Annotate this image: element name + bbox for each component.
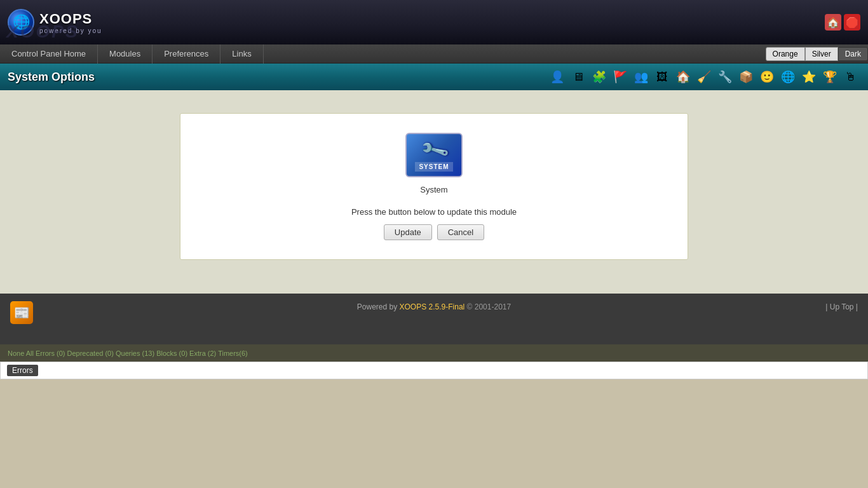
update-button[interactable]: Update [384, 224, 432, 240]
toolbar-icon-groups[interactable]: 👥 [632, 67, 651, 86]
press-text: Press the button below to update this mo… [193, 207, 675, 217]
header-icons: 🏠 🛑 [825, 14, 860, 30]
toolbar-icon-star[interactable]: ⭐ [799, 67, 818, 86]
nav-modules[interactable]: Modules [98, 44, 153, 64]
home-icon[interactable]: 🏠 [825, 14, 841, 30]
system-module-icon: 🔧 SYSTEM [405, 133, 463, 177]
theme-silver-button[interactable]: Silver [805, 47, 838, 61]
toolbar-icon-tools[interactable]: 🔧 [715, 67, 735, 86]
toolbar-icon-home[interactable]: 🏠 [674, 67, 693, 86]
action-buttons: Update Cancel [193, 224, 675, 240]
page-header-bar: System Options 👤 🖥 🧩 🚩 👥 🖼 🏠 🧹 🔧 📦 🙂 🌐 ⭐… [0, 64, 868, 90]
site-header: 🌐 XOOPS powered by you XOOPS 🏠 🛑 [0, 0, 868, 44]
toolbar-icon-cursor[interactable]: 🖱 [841, 67, 860, 86]
stop-icon[interactable]: 🛑 [844, 14, 860, 30]
bottom-area [0, 379, 868, 456]
toolbar-icon-monitor[interactable]: 🖥 [569, 67, 588, 86]
xoops-link[interactable]: XOOPS 2.5.9-Final [400, 302, 465, 311]
toolbar-icon-globe[interactable]: 🌐 [778, 67, 797, 86]
errors-bar: Errors [0, 362, 868, 379]
content-box: 🔧 SYSTEM System Press the button below t… [180, 113, 688, 260]
toolbar-icon-users[interactable]: 👤 [548, 67, 567, 86]
nav-links[interactable]: Links [220, 44, 263, 64]
toolbar-icon-modules[interactable]: 🧩 [590, 67, 609, 86]
up-top-link[interactable]: | Up Top | [825, 302, 858, 311]
theme-dark-button[interactable]: Dark [838, 47, 868, 61]
logo-watermark: XOOPS [6, 22, 79, 42]
toolbar-icon-smiley[interactable]: 🙂 [757, 67, 776, 86]
theme-orange-button[interactable]: Orange [766, 47, 805, 61]
toolbar-icon-images[interactable]: 🖼 [653, 67, 672, 86]
footer: 📰 Powered by XOOPS 2.5.9-Final © 2001-20… [0, 294, 868, 344]
nav-preferences[interactable]: Preferences [153, 44, 220, 64]
powered-by-text: Powered by [357, 302, 400, 311]
toolbar-icon-package[interactable]: 📦 [736, 67, 756, 86]
theme-buttons: Orange Silver Dark [766, 47, 868, 61]
main-content: 🔧 SYSTEM System Press the button below t… [0, 90, 868, 294]
debug-bar: None All Errors (0) Deprecated (0) Queri… [0, 344, 868, 362]
module-name: System [193, 185, 675, 194]
copyright-text: © 2001-2017 [465, 302, 511, 311]
toolbar-icon-trophy[interactable]: 🏆 [820, 67, 839, 86]
footer-text: Powered by XOOPS 2.5.9-Final © 2001-2017 [10, 302, 858, 311]
navbar: Control Panel Home Modules Preferences L… [0, 44, 868, 64]
nav-control-panel-home[interactable]: Control Panel Home [0, 44, 98, 64]
toolbar-icon-clean[interactable]: 🧹 [695, 67, 714, 86]
debug-text: None All Errors (0) Deprecated (0) Queri… [8, 349, 248, 357]
toolbar-icons: 👤 🖥 🧩 🚩 👥 🖼 🏠 🧹 🔧 📦 🙂 🌐 ⭐ 🏆 🖱 [548, 67, 860, 86]
errors-badge: Errors [7, 365, 38, 376]
system-label-inner: SYSTEM [415, 162, 452, 172]
cancel-button[interactable]: Cancel [437, 224, 484, 240]
toolbar-icon-flag[interactable]: 🚩 [611, 67, 630, 86]
page-title: System Options [8, 71, 95, 84]
wrench-icon: 🔧 [418, 134, 450, 165]
rss-icon: 📰 [10, 301, 33, 324]
